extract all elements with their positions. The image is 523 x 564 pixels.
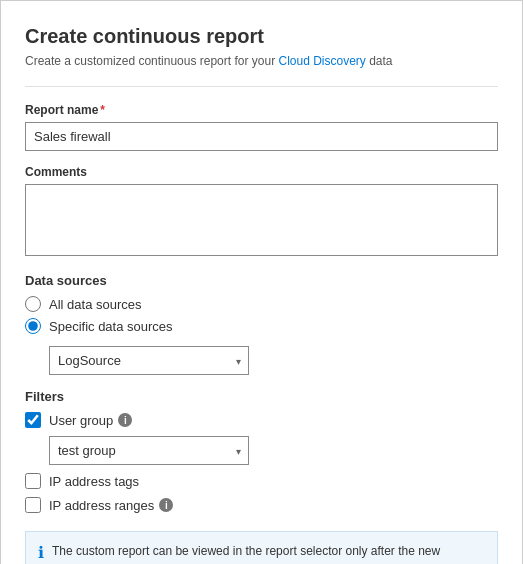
comments-field: Comments — [25, 165, 498, 273]
filters-label: Filters — [25, 389, 498, 404]
data-sources-label: Data sources — [25, 273, 498, 288]
ip-ranges-info-icon: i — [159, 498, 173, 512]
radio-all-label: All data sources — [49, 297, 142, 312]
radio-all-input[interactable] — [25, 296, 41, 312]
comments-input[interactable] — [25, 184, 498, 256]
user-group-checkbox[interactable] — [25, 412, 41, 428]
radio-group: All data sources Specific data sources — [25, 296, 498, 340]
report-name-input[interactable] — [25, 122, 498, 151]
dialog-title: Create continuous report — [25, 25, 498, 48]
radio-specific-input[interactable] — [25, 318, 41, 334]
report-name-field: Report name* — [25, 103, 498, 165]
create-report-dialog: Create continuous report Create a custom… — [0, 0, 523, 564]
user-group-select-wrapper: test group ▾ — [49, 436, 249, 465]
user-group-label: User group i — [49, 413, 132, 428]
dialog-subtitle: Create a customized continuous report fo… — [25, 54, 498, 68]
radio-specific-label: Specific data sources — [49, 319, 173, 334]
radio-specific-data-sources[interactable]: Specific data sources — [25, 318, 498, 334]
filters-section: Filters User group i test group ▾ IP add… — [25, 389, 498, 521]
comments-label: Comments — [25, 165, 498, 179]
footer-info-box: ℹ The custom report can be viewed in the… — [25, 531, 498, 564]
ip-address-tags-checkbox[interactable] — [25, 473, 41, 489]
cloud-discovery-link[interactable]: Cloud Discovery — [278, 54, 365, 68]
user-group-checkbox-item: User group i — [25, 412, 498, 428]
ip-address-ranges-checkbox[interactable] — [25, 497, 41, 513]
ip-address-ranges-label: IP address ranges i — [49, 498, 173, 513]
radio-all-data-sources[interactable]: All data sources — [25, 296, 498, 312]
user-group-select[interactable]: test group — [49, 436, 249, 465]
user-group-info-icon: i — [118, 413, 132, 427]
divider — [25, 86, 498, 87]
ip-address-tags-label: IP address tags — [49, 474, 139, 489]
info-blue-icon: ℹ — [38, 543, 44, 562]
log-source-select-wrapper: LogSource ▾ — [49, 346, 249, 375]
footer-info-text: The custom report can be viewed in the r… — [52, 542, 440, 564]
report-name-label: Report name* — [25, 103, 498, 117]
log-source-select[interactable]: LogSource — [49, 346, 249, 375]
ip-address-tags-checkbox-item: IP address tags — [25, 473, 498, 489]
ip-address-ranges-checkbox-item: IP address ranges i — [25, 497, 498, 513]
